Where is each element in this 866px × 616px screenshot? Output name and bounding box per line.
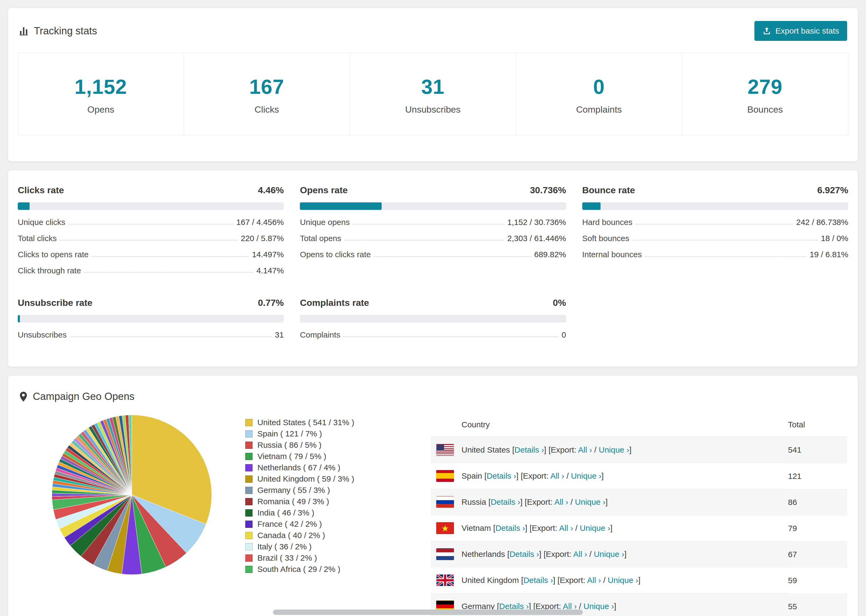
legend-swatch: [245, 566, 252, 573]
geo-legend: United States ( 541 / 31% )Spain ( 121 /…: [245, 414, 431, 575]
total-cell: 86: [788, 489, 847, 515]
rate-detail-label: Internal bounces: [582, 250, 642, 259]
country-cell: United Kingdom [Details ›] [Export: All …: [431, 567, 788, 593]
export-all-link[interactable]: All ›: [578, 445, 592, 454]
export-unique-link[interactable]: Unique ›: [608, 576, 638, 585]
rate-detail-label: Unsubscribes: [18, 330, 67, 339]
progress-bar: [582, 203, 848, 210]
country-name: Russia: [461, 498, 488, 506]
bracket: [: [493, 523, 495, 533]
export-unique-link[interactable]: Unique ›: [575, 498, 605, 506]
geo-table-row-spain: Spain [Details ›] [Export: All › / Uniqu…: [431, 463, 847, 489]
bracket: ]: [525, 523, 529, 533]
stat-label: Complaints: [519, 104, 679, 115]
bracket: ]: [520, 498, 525, 506]
details-link[interactable]: Details ›: [487, 471, 516, 480]
rate-value: 0%: [553, 297, 566, 308]
bracket: [: [521, 576, 523, 585]
rate-detail-value: 18 / 0%: [821, 234, 848, 243]
progress-bar: [300, 315, 566, 322]
rate-block-clicks-rate: Clicks rate4.46%Unique clicks167 / 4.456…: [18, 185, 284, 279]
flag-icon-spain: [436, 470, 454, 482]
rate-head: Opens rate30.736%: [300, 185, 566, 195]
country-cell: Spain [Details ›] [Export: All › / Uniqu…: [431, 463, 788, 489]
legend-swatch: [245, 532, 252, 539]
stat-value: 1,152: [21, 75, 181, 98]
country-cell: Netherlands [Details ›] [Export: All › /…: [431, 541, 788, 567]
export-basic-stats-button[interactable]: Export basic stats: [754, 21, 847, 41]
total-cell: 59: [788, 567, 847, 593]
export-unique-link[interactable]: Unique ›: [584, 602, 614, 611]
bracket: ]: [544, 445, 549, 454]
dotted-leader: [636, 224, 793, 225]
geo-table-header-row: Country Total: [431, 414, 847, 437]
export-unique-link[interactable]: Unique ›: [571, 471, 601, 480]
export-all-link[interactable]: All ›: [554, 498, 568, 506]
progress-fill: [18, 203, 30, 210]
progress-bar: [18, 203, 284, 210]
rate-title: Clicks rate: [18, 185, 64, 195]
flag-icon-russia: [436, 496, 454, 508]
dotted-leader: [353, 224, 504, 225]
export-unique-link[interactable]: Unique ›: [580, 523, 610, 533]
geo-pie-chart[interactable]: [51, 414, 213, 575]
dotted-leader: [374, 256, 531, 257]
export-all-link[interactable]: All ›: [573, 550, 587, 558]
bracket: ]: [601, 471, 603, 480]
legend-label: Germany ( 55 / 3% ): [257, 486, 330, 495]
bracket: [: [512, 445, 514, 454]
rate-detail-row: Unsubscribes31: [18, 327, 284, 343]
rate-detail-row: Internal bounces19 / 6.81%: [582, 247, 848, 262]
rate-detail-label: Opens to clicks rate: [300, 250, 371, 259]
details-link[interactable]: Details ›: [491, 498, 520, 506]
geo-table-row-vietnam: Vietnam [Details ›] [Export: All › / Uni…: [431, 515, 847, 541]
legend-swatch: [245, 464, 252, 471]
export-all-link[interactable]: All ›: [550, 471, 564, 480]
rate-head: Clicks rate4.46%: [18, 185, 284, 195]
details-link[interactable]: Details ›: [523, 576, 553, 585]
geo-table-row-united-kingdom: United Kingdom [Details ›] [Export: All …: [431, 567, 847, 593]
rate-detail-value: 4.147%: [257, 266, 284, 275]
bracket: ]: [624, 550, 627, 558]
horizontal-scrollbar-thumb[interactable]: [273, 610, 583, 615]
rate-detail-label: Unique opens: [300, 218, 350, 227]
rate-value: 0.77%: [258, 297, 284, 308]
stat-value: 167: [187, 75, 347, 98]
rate-title: Unsubscribe rate: [18, 297, 93, 308]
country-text: Spain [Details ›] [Export: All › / Uniqu…: [461, 471, 604, 481]
tracking-stats-card: Tracking stats Export basic stats 1,152O…: [8, 8, 858, 161]
legend-swatch: [245, 475, 252, 483]
details-link[interactable]: Details ›: [495, 523, 525, 533]
rates-grid: Clicks rate4.46%Unique clicks167 / 4.456…: [18, 185, 848, 343]
rate-block-complaints-rate: Complaints rate0%Complaints0: [300, 297, 566, 343]
export-prefix: [Export:: [548, 445, 578, 454]
rate-detail-label: Soft bounces: [582, 234, 629, 243]
rate-head: Unsubscribe rate0.77%: [18, 297, 284, 308]
total-cell: 55: [788, 593, 847, 616]
geo-opens-body: United States ( 541 / 31% )Spain ( 121 /…: [19, 414, 847, 616]
details-link[interactable]: Details ›: [509, 550, 539, 558]
rate-value: 30.736%: [530, 185, 566, 195]
tracking-stats-header: Tracking stats Export basic stats: [18, 8, 848, 53]
legend-item-india: India ( 46 / 3% ): [245, 507, 431, 519]
export-all-link[interactable]: All ›: [559, 523, 573, 533]
total-cell: 79: [788, 515, 847, 541]
legend-label: United States ( 541 / 31% ): [257, 418, 354, 427]
geo-table: Country Total United States [Details ›] …: [431, 414, 847, 616]
progress-fill: [300, 203, 382, 210]
geo-table-row-netherlands: Netherlands [Details ›] [Export: All › /…: [431, 541, 847, 567]
rate-detail-row: Opens to clicks rate689.82%: [300, 247, 566, 262]
export-unique-link[interactable]: Unique ›: [594, 550, 624, 558]
details-link[interactable]: Details ›: [515, 445, 544, 454]
rate-detail-row: Soft bounces18 / 0%: [582, 230, 848, 247]
export-all-link[interactable]: All ›: [587, 576, 601, 585]
legend-label: South Africa ( 29 / 2% ): [257, 565, 340, 574]
stat-box-opens: 1,152Opens: [18, 53, 184, 135]
stat-value: 31: [353, 75, 513, 98]
rate-detail-value: 14.497%: [252, 250, 284, 259]
export-unique-link[interactable]: Unique ›: [599, 445, 629, 454]
export-prefix: [Export:: [529, 523, 559, 533]
rate-detail-row: Unique clicks167 / 4.456%: [18, 214, 284, 230]
rate-title: Opens rate: [300, 185, 348, 195]
bar-chart-icon: [19, 26, 28, 36]
